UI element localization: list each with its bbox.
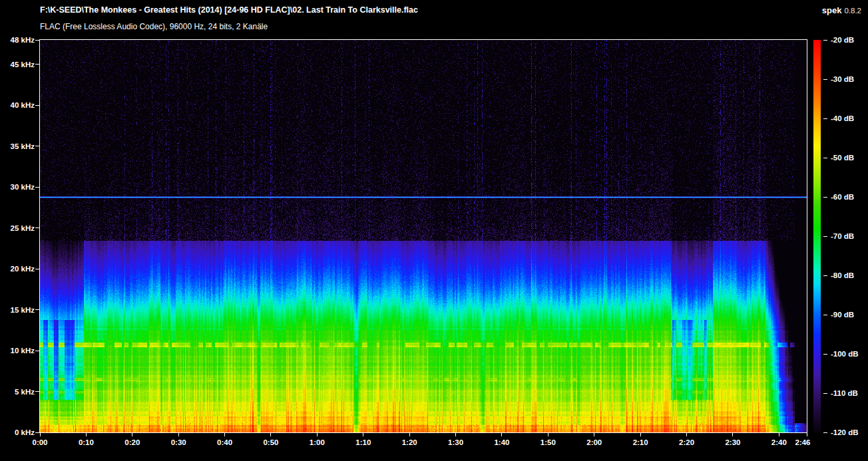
y-axis-tick-label: 35 kHz xyxy=(0,142,35,150)
time-axis-tick xyxy=(548,433,548,436)
y-axis-tick-label: 5 kHz xyxy=(0,388,35,396)
spectrogram-canvas xyxy=(40,40,807,432)
time-axis-tick-label: 0:50 xyxy=(252,438,290,446)
y-axis-tick-label: 15 kHz xyxy=(0,306,35,314)
time-axis-tick xyxy=(594,433,594,436)
legend-tick xyxy=(823,118,827,119)
time-axis-tick-label: 2:30 xyxy=(714,438,752,446)
time-axis-tick xyxy=(270,433,271,436)
spectrogram-plot-area xyxy=(39,39,807,433)
legend-tick-label: -30 dB xyxy=(831,75,854,83)
time-axis-tick xyxy=(640,433,641,436)
y-axis-tick-label: 0 kHz xyxy=(0,428,35,436)
legend-gradient-bar xyxy=(813,40,821,432)
time-axis-tick xyxy=(732,433,733,436)
legend-tick xyxy=(823,393,827,394)
y-axis-tick-label: 30 kHz xyxy=(0,183,35,191)
legend-tick xyxy=(823,315,827,315)
y-axis-tick xyxy=(35,432,39,433)
y-axis-tick xyxy=(35,228,39,228)
time-axis-tick xyxy=(455,433,456,436)
time-axis-tick xyxy=(501,433,502,436)
time-axis-tick-label: 0:20 xyxy=(114,438,151,446)
legend-tick xyxy=(823,197,827,198)
app-brand: spek0.8.2 xyxy=(822,5,861,15)
y-axis-tick xyxy=(35,391,39,392)
y-axis-tick xyxy=(35,64,39,65)
y-axis-tick xyxy=(35,309,39,310)
time-axis-tick-label: 0:40 xyxy=(206,438,244,446)
time-axis-tick-label: 2:00 xyxy=(576,438,613,446)
y-axis-tick xyxy=(35,146,39,146)
time-axis-tick-label: 1:00 xyxy=(298,438,335,446)
legend-tick xyxy=(823,158,827,158)
time-axis-tick-label: 0:30 xyxy=(160,438,197,446)
time-axis-tick xyxy=(807,433,807,436)
time-axis-tick-label: 1:30 xyxy=(437,438,475,446)
time-axis-tick xyxy=(178,433,179,436)
legend-tick-label: -20 dB xyxy=(831,36,854,44)
legend-tick-label: -70 dB xyxy=(831,232,854,240)
time-axis-tick-label: 1:10 xyxy=(345,438,382,446)
legend-tick-label: -60 dB xyxy=(831,193,854,201)
time-axis-tick-label: 2:20 xyxy=(668,438,706,446)
legend-tick xyxy=(823,40,827,41)
y-axis-tick-label: 25 kHz xyxy=(0,224,35,232)
spek-window: { "window": { "file_path": "F:\\K-SEED\\… xyxy=(0,0,868,461)
time-axis-tick-label: 0:10 xyxy=(67,438,105,446)
y-axis-tick-label: 40 kHz xyxy=(0,101,35,109)
time-axis-tick-label: 1:20 xyxy=(391,438,428,446)
time-axis-tick xyxy=(132,433,132,436)
time-axis-tick xyxy=(317,433,318,436)
time-axis-tick xyxy=(224,433,225,436)
y-axis-tick-label: 48 kHz xyxy=(0,36,35,44)
legend-tick xyxy=(823,275,827,276)
time-axis-tick-label: 2:46 xyxy=(784,438,821,446)
legend-tick-label: -50 dB xyxy=(831,154,854,162)
y-axis-tick-label: 20 kHz xyxy=(0,265,35,273)
time-axis-tick xyxy=(686,433,687,436)
legend-tick xyxy=(823,432,827,433)
app-version: 0.8.2 xyxy=(844,7,861,15)
legend-tick xyxy=(823,79,827,80)
y-axis-tick xyxy=(35,351,39,351)
file-info-line: FLAC (Free Lossless Audio Codec), 96000 … xyxy=(40,22,268,31)
time-axis-tick xyxy=(40,433,41,436)
y-axis-tick-label: 10 kHz xyxy=(0,347,35,355)
legend-tick xyxy=(823,236,827,237)
y-axis-tick-label: 45 kHz xyxy=(0,61,35,69)
time-axis-tick xyxy=(409,433,410,436)
y-axis-tick xyxy=(35,269,39,269)
time-axis-tick xyxy=(363,433,363,436)
y-axis-tick xyxy=(35,187,39,188)
time-axis-tick xyxy=(779,433,779,436)
time-axis-tick-label: 1:40 xyxy=(483,438,521,446)
app-name: spek xyxy=(822,5,842,15)
legend-tick-label: -40 dB xyxy=(831,114,854,122)
legend-tick xyxy=(823,354,827,355)
legend-tick-label: -120 dB xyxy=(831,428,859,436)
time-axis-tick-label: 1:50 xyxy=(529,438,566,446)
legend-tick-label: -110 dB xyxy=(831,389,858,397)
time-axis-tick xyxy=(86,433,87,436)
legend-tick-label: -90 dB xyxy=(831,311,854,319)
time-axis-tick-label: 2:10 xyxy=(622,438,659,446)
legend-tick-label: -80 dB xyxy=(831,271,854,279)
y-axis-tick xyxy=(35,40,39,41)
y-axis-tick xyxy=(35,105,39,106)
time-axis-tick-label: 0:00 xyxy=(21,438,59,446)
file-path-title: F:\K-SEED\The Monkees - Greatest Hits (2… xyxy=(40,5,418,15)
legend-tick-label: -100 dB xyxy=(831,350,859,358)
